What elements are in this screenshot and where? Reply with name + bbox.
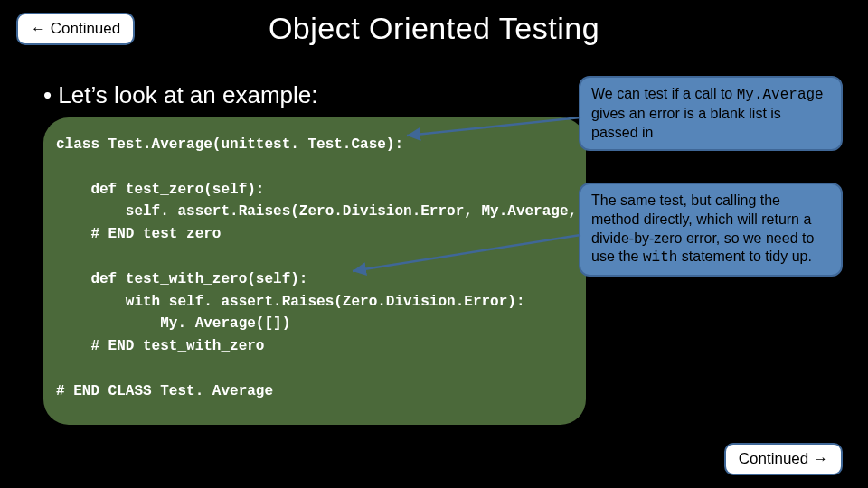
- callout1-text-b: gives an error is a blank list is passed…: [591, 106, 781, 140]
- callout-test-call: We can test if a call to My.Average give…: [579, 76, 843, 151]
- callout1-mono: My.Average: [737, 87, 824, 103]
- next-continued-pill: Continued →: [724, 443, 843, 475]
- callout-with-statement: The same test, but calling the method di…: [579, 183, 843, 277]
- code-block: class Test.Average(unittest. Test.Case):…: [43, 117, 586, 425]
- callout1-text-a: We can test if a call to: [591, 86, 737, 101]
- example-bullet: • Let’s look at an example:: [43, 81, 317, 109]
- prev-continued-pill: ← Continued: [16, 13, 135, 45]
- callout2-mono: with: [643, 249, 677, 266]
- callout2-text-b: statement to tidy up.: [677, 249, 812, 264]
